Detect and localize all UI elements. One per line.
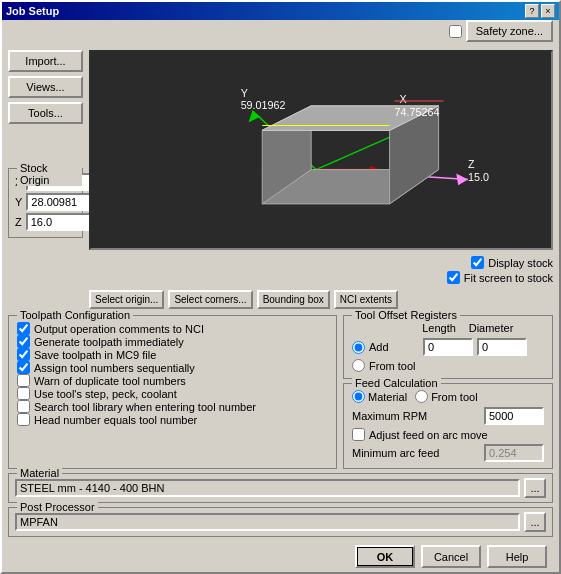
title-bar: Job Setup ? × xyxy=(2,2,559,20)
safety-zone-checkbox[interactable] xyxy=(449,25,462,38)
post-processor-input[interactable] xyxy=(15,513,520,531)
bounding-box-button[interactable]: Bounding box xyxy=(257,290,330,309)
help-button[interactable]: Help xyxy=(487,545,547,568)
y-label: Y xyxy=(15,196,22,208)
tools-button[interactable]: Tools... xyxy=(8,102,83,124)
title-bar-buttons: ? × xyxy=(525,4,555,18)
import-button[interactable]: Import... xyxy=(8,50,83,72)
toolpath-config-label: Toolpath Configuration xyxy=(17,309,133,321)
generate-toolpath-checkbox[interactable] xyxy=(17,335,30,348)
diameter-input[interactable] xyxy=(477,338,527,356)
post-browse-button[interactable]: ... xyxy=(524,512,546,532)
stock-y-row: Y xyxy=(15,193,76,211)
from-tool-radio-label: From tool xyxy=(369,360,415,372)
material-browse-button[interactable]: ... xyxy=(524,478,546,498)
post-processor-row: ... xyxy=(15,512,546,532)
fit-screen-checkbox[interactable] xyxy=(447,271,460,284)
assign-tool-numbers-checkbox[interactable] xyxy=(17,361,30,374)
from-tool-feed-radio[interactable] xyxy=(415,390,428,403)
from-tool-feed-row: From tool xyxy=(415,390,477,403)
ok-button[interactable]: OK xyxy=(355,545,415,568)
min-arc-input[interactable] xyxy=(484,444,544,462)
select-origin-button[interactable]: Select origin... xyxy=(89,290,164,309)
nci-extents-button[interactable]: NCI extents xyxy=(334,290,398,309)
add-radio-label: Add xyxy=(369,341,419,353)
fit-screen-label: Fit screen to stock xyxy=(464,272,553,284)
save-toolpath-label: Save toolpath in MC9 file xyxy=(34,349,156,361)
bottom-buttons: OK Cancel Help xyxy=(8,545,553,568)
stock-z-input[interactable] xyxy=(26,213,91,231)
max-rpm-label: Maximum RPM xyxy=(352,410,480,422)
svg-text:Z: Z xyxy=(468,158,475,170)
warn-duplicate-checkbox[interactable] xyxy=(17,374,30,387)
bottom-area: Toolpath Configuration Output operation … xyxy=(2,315,559,574)
stock-z-row: Z xyxy=(15,213,76,231)
head-number-row: Head number equals tool number xyxy=(17,413,328,426)
select-corners-button[interactable]: Select corners... xyxy=(168,290,252,309)
material-input[interactable] xyxy=(15,479,520,497)
add-radio[interactable] xyxy=(352,341,365,354)
adjust-feed-checkbox[interactable] xyxy=(352,428,365,441)
stock-origin-group: Stock Origin X Y Z xyxy=(8,168,83,238)
max-rpm-input[interactable] xyxy=(484,407,544,425)
material-group: Material ... xyxy=(8,473,553,503)
output-comments-checkbox[interactable] xyxy=(17,322,30,335)
search-tool-library-label: Search tool library when entering tool n… xyxy=(34,401,256,413)
assign-tool-numbers-label: Assign tool numbers sequentially xyxy=(34,362,195,374)
length-input[interactable] xyxy=(423,338,473,356)
adjust-feed-row: Adjust feed on arc move xyxy=(352,428,544,441)
material-radio[interactable] xyxy=(352,390,365,403)
display-stock-row: Display stock xyxy=(89,256,553,269)
use-tools-step-row: Use tool's step, peck, coolant xyxy=(17,387,328,400)
add-row: Add xyxy=(352,338,544,356)
head-number-checkbox[interactable] xyxy=(17,413,30,426)
help-title-btn[interactable]: ? xyxy=(525,4,539,18)
generate-toolpath-row: Generate toolpath immediately xyxy=(17,335,328,348)
display-stock-checkbox[interactable] xyxy=(471,256,484,269)
display-stock-label: Display stock xyxy=(488,257,553,269)
min-arc-label: Minimum arc feed xyxy=(352,447,480,459)
svg-rect-0 xyxy=(135,52,507,248)
generate-toolpath-label: Generate toolpath immediately xyxy=(34,336,184,348)
svg-text:74.75264: 74.75264 xyxy=(395,106,440,118)
center-panel: 59.01962 Y X 74.75264 Z 15.0 xyxy=(89,50,553,309)
svg-text:Y: Y xyxy=(241,87,248,99)
svg-text:59.01962: 59.01962 xyxy=(241,99,286,111)
material-radio-row: Material xyxy=(352,390,407,403)
feed-calc-radios: Material From tool xyxy=(352,390,544,403)
post-processor-group: Post Processor ... xyxy=(8,507,553,537)
z-label: Z xyxy=(15,216,22,228)
offset-header-grid: Length Diameter xyxy=(352,322,544,334)
action-buttons-row: Select origin... Select corners... Bound… xyxy=(89,290,553,309)
save-toolpath-checkbox[interactable] xyxy=(17,348,30,361)
material-label: Material xyxy=(17,467,62,479)
length-header: Length xyxy=(414,322,464,334)
two-col-config: Toolpath Configuration Output operation … xyxy=(8,315,553,469)
material-row: ... xyxy=(15,478,546,498)
head-number-label: Head number equals tool number xyxy=(34,414,197,426)
max-rpm-row: Maximum RPM xyxy=(352,407,544,425)
use-tools-step-checkbox[interactable] xyxy=(17,387,30,400)
stock-origin-label: Stock Origin xyxy=(17,162,82,186)
cancel-button[interactable]: Cancel xyxy=(421,545,481,568)
diameter-header: Diameter xyxy=(466,322,516,334)
left-panel: Import... Views... Tools... Stock Origin… xyxy=(8,50,83,309)
from-tool-feed-label: From tool xyxy=(431,391,477,403)
right-config-column: Tool Offset Registers Length Diameter Ad… xyxy=(343,315,553,469)
stock-controls: Display stock Fit screen to stock xyxy=(89,256,553,284)
views-button[interactable]: Views... xyxy=(8,76,83,98)
viewport: 59.01962 Y X 74.75264 Z 15.0 xyxy=(89,50,553,250)
safety-zone-area: Safety zone... xyxy=(2,20,559,42)
warn-duplicate-label: Warn of duplicate tool numbers xyxy=(34,375,186,387)
from-tool-radio[interactable] xyxy=(352,359,365,372)
safety-zone-button[interactable]: Safety zone... xyxy=(466,20,553,42)
from-tool-row: From tool xyxy=(352,359,544,372)
window-title: Job Setup xyxy=(6,5,59,17)
search-tool-library-row: Search tool library when entering tool n… xyxy=(17,400,328,413)
stock-y-input[interactable] xyxy=(26,193,91,211)
svg-text:15.0: 15.0 xyxy=(468,171,489,183)
search-tool-library-checkbox[interactable] xyxy=(17,400,30,413)
main-content: Import... Views... Tools... Stock Origin… xyxy=(2,44,559,315)
assign-tool-numbers-row: Assign tool numbers sequentially xyxy=(17,361,328,374)
close-title-btn[interactable]: × xyxy=(541,4,555,18)
